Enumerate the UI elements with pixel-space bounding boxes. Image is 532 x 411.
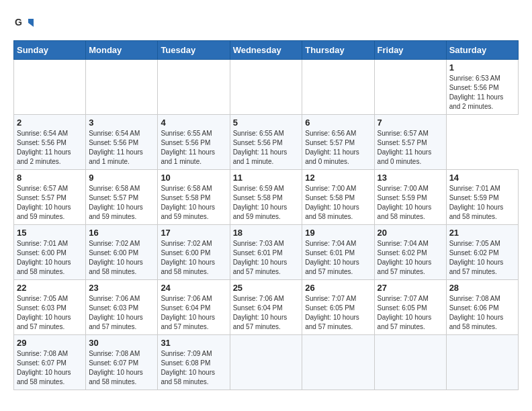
empty-cell bbox=[302, 60, 374, 115]
day-info: Sunrise: 6:59 AMSunset: 5:58 PMDaylight:… bbox=[233, 184, 300, 222]
day-info: Sunrise: 7:06 AMSunset: 6:03 PMDaylight:… bbox=[89, 294, 154, 332]
day-cell-30: 30 Sunrise: 7:08 AMSunset: 6:07 PMDaylig… bbox=[86, 335, 158, 390]
day-info: Sunrise: 6:56 AMSunset: 5:57 PMDaylight:… bbox=[305, 129, 371, 167]
logo: G bbox=[13, 13, 36, 34]
day-cell-22: 22 Sunrise: 7:05 AMSunset: 6:03 PMDaylig… bbox=[14, 280, 86, 335]
day-info: Sunrise: 7:08 AMSunset: 6:06 PMDaylight:… bbox=[449, 294, 515, 332]
day-cell-6: 6 Sunrise: 6:56 AMSunset: 5:57 PMDayligh… bbox=[302, 115, 374, 170]
day-number: 23 bbox=[89, 283, 154, 293]
day-cell-10: 10 Sunrise: 6:58 AMSunset: 5:58 PMDaylig… bbox=[158, 170, 230, 225]
day-info: Sunrise: 6:54 AMSunset: 5:56 PMDaylight:… bbox=[17, 129, 83, 167]
empty-cell bbox=[374, 60, 446, 115]
day-number: 11 bbox=[233, 173, 300, 183]
empty-cell bbox=[86, 60, 158, 115]
weekday-header-tuesday: Tuesday bbox=[158, 41, 230, 60]
day-number: 17 bbox=[161, 228, 226, 238]
day-cell-28: 28 Sunrise: 7:08 AMSunset: 6:06 PMDaylig… bbox=[446, 280, 518, 335]
day-number: 6 bbox=[305, 118, 371, 128]
day-number: 28 bbox=[449, 283, 515, 293]
day-info: Sunrise: 7:07 AMSunset: 6:05 PMDaylight:… bbox=[305, 294, 371, 332]
day-info: Sunrise: 7:05 AMSunset: 6:03 PMDaylight:… bbox=[17, 294, 83, 332]
day-number: 14 bbox=[449, 173, 515, 183]
day-cell-12: 12 Sunrise: 7:00 AMSunset: 5:58 PMDaylig… bbox=[302, 170, 374, 225]
weekday-header-wednesday: Wednesday bbox=[230, 41, 302, 60]
day-number: 29 bbox=[17, 338, 83, 348]
weekday-header-friday: Friday bbox=[374, 41, 446, 60]
day-number: 18 bbox=[233, 228, 300, 238]
day-info: Sunrise: 7:03 AMSunset: 6:01 PMDaylight:… bbox=[233, 239, 300, 277]
day-info: Sunrise: 7:02 AMSunset: 6:00 PMDaylight:… bbox=[161, 239, 226, 277]
empty-cell bbox=[14, 60, 86, 115]
day-info: Sunrise: 6:55 AMSunset: 5:56 PMDaylight:… bbox=[233, 129, 300, 167]
day-number: 3 bbox=[89, 118, 154, 128]
day-number: 12 bbox=[305, 173, 371, 183]
weekday-header-monday: Monday bbox=[86, 41, 158, 60]
day-info: Sunrise: 7:01 AMSunset: 5:59 PMDaylight:… bbox=[449, 184, 515, 222]
empty-cell bbox=[230, 335, 302, 390]
day-number: 2 bbox=[17, 118, 83, 128]
day-cell-21: 21 Sunrise: 7:05 AMSunset: 6:02 PMDaylig… bbox=[446, 225, 518, 280]
empty-cell bbox=[446, 335, 518, 390]
day-info: Sunrise: 7:06 AMSunset: 6:04 PMDaylight:… bbox=[161, 294, 226, 332]
day-number: 20 bbox=[378, 228, 443, 238]
calendar-header: SundayMondayTuesdayWednesdayThursdayFrid… bbox=[14, 41, 519, 60]
svg-marker-1 bbox=[28, 19, 34, 27]
day-cell-5: 5 Sunrise: 6:55 AMSunset: 5:56 PMDayligh… bbox=[230, 115, 302, 170]
day-number: 25 bbox=[233, 283, 300, 293]
day-number: 7 bbox=[378, 118, 443, 128]
day-number: 22 bbox=[17, 283, 83, 293]
day-number: 1 bbox=[449, 62, 515, 73]
day-cell-27: 27 Sunrise: 7:07 AMSunset: 6:05 PMDaylig… bbox=[374, 280, 446, 335]
day-number: 9 bbox=[89, 173, 154, 183]
day-cell-25: 25 Sunrise: 7:06 AMSunset: 6:04 PMDaylig… bbox=[230, 280, 302, 335]
empty-cell bbox=[374, 335, 446, 390]
day-info: Sunrise: 7:06 AMSunset: 6:04 PMDaylight:… bbox=[233, 294, 300, 332]
day-number: 19 bbox=[305, 228, 371, 238]
day-cell-4: 4 Sunrise: 6:55 AMSunset: 5:56 PMDayligh… bbox=[158, 115, 230, 170]
day-info: Sunrise: 7:01 AMSunset: 6:00 PMDaylight:… bbox=[17, 239, 83, 277]
day-info: Sunrise: 7:00 AMSunset: 5:58 PMDaylight:… bbox=[305, 184, 371, 222]
day-number: 26 bbox=[305, 283, 371, 293]
logo-icon: G bbox=[13, 13, 34, 34]
day-cell-20: 20 Sunrise: 7:04 AMSunset: 6:02 PMDaylig… bbox=[374, 225, 446, 280]
weekday-row: SundayMondayTuesdayWednesdayThursdayFrid… bbox=[14, 41, 519, 60]
day-number: 8 bbox=[17, 173, 83, 183]
calendar-week-2: 2 Sunrise: 6:54 AMSunset: 5:56 PMDayligh… bbox=[14, 115, 519, 170]
day-info: Sunrise: 7:08 AMSunset: 6:07 PMDaylight:… bbox=[89, 349, 154, 387]
day-info: Sunrise: 6:54 AMSunset: 5:56 PMDaylight:… bbox=[89, 129, 154, 167]
day-info: Sunrise: 7:00 AMSunset: 5:59 PMDaylight:… bbox=[378, 184, 443, 222]
weekday-header-thursday: Thursday bbox=[302, 41, 374, 60]
calendar-table: SundayMondayTuesdayWednesdayThursdayFrid… bbox=[13, 40, 519, 390]
header: G bbox=[13, 13, 519, 34]
weekday-header-saturday: Saturday bbox=[446, 41, 518, 60]
empty-cell bbox=[302, 335, 374, 390]
day-cell-26: 26 Sunrise: 7:07 AMSunset: 6:05 PMDaylig… bbox=[302, 280, 374, 335]
day-cell-7: 7 Sunrise: 6:57 AMSunset: 5:57 PMDayligh… bbox=[374, 115, 446, 170]
calendar-body: 1 Sunrise: 6:53 AMSunset: 5:56 PMDayligh… bbox=[14, 60, 519, 390]
day-number: 4 bbox=[161, 118, 226, 128]
day-info: Sunrise: 7:05 AMSunset: 6:02 PMDaylight:… bbox=[449, 239, 515, 277]
day-cell-29: 29 Sunrise: 7:08 AMSunset: 6:07 PMDaylig… bbox=[14, 335, 86, 390]
day-number: 30 bbox=[89, 338, 154, 348]
day-info: Sunrise: 6:58 AMSunset: 5:57 PMDaylight:… bbox=[89, 184, 154, 222]
day-cell-24: 24 Sunrise: 7:06 AMSunset: 6:04 PMDaylig… bbox=[158, 280, 230, 335]
calendar-week-6: 29 Sunrise: 7:08 AMSunset: 6:07 PMDaylig… bbox=[14, 335, 519, 390]
day-info: Sunrise: 7:09 AMSunset: 6:08 PMDaylight:… bbox=[161, 349, 226, 387]
day-info: Sunrise: 7:07 AMSunset: 6:05 PMDaylight:… bbox=[378, 294, 443, 332]
day-number: 13 bbox=[378, 173, 443, 183]
calendar-week-3: 8 Sunrise: 6:57 AMSunset: 5:57 PMDayligh… bbox=[14, 170, 519, 225]
day-cell-18: 18 Sunrise: 7:03 AMSunset: 6:01 PMDaylig… bbox=[230, 225, 302, 280]
day-cell-17: 17 Sunrise: 7:02 AMSunset: 6:00 PMDaylig… bbox=[158, 225, 230, 280]
day-cell-8: 8 Sunrise: 6:57 AMSunset: 5:57 PMDayligh… bbox=[14, 170, 86, 225]
day-info: Sunrise: 6:58 AMSunset: 5:58 PMDaylight:… bbox=[161, 184, 226, 222]
svg-text:G: G bbox=[15, 17, 22, 28]
day-number: 5 bbox=[233, 118, 300, 128]
day-number: 15 bbox=[17, 228, 83, 238]
day-info: Sunrise: 7:08 AMSunset: 6:07 PMDaylight:… bbox=[17, 349, 83, 387]
calendar-week-5: 22 Sunrise: 7:05 AMSunset: 6:03 PMDaylig… bbox=[14, 280, 519, 335]
day-cell-1: 1 Sunrise: 6:53 AMSunset: 5:56 PMDayligh… bbox=[446, 60, 518, 115]
day-cell-15: 15 Sunrise: 7:01 AMSunset: 6:00 PMDaylig… bbox=[14, 225, 86, 280]
day-cell-3: 3 Sunrise: 6:54 AMSunset: 5:56 PMDayligh… bbox=[86, 115, 158, 170]
day-info: Sunrise: 6:55 AMSunset: 5:56 PMDaylight:… bbox=[161, 129, 226, 167]
day-info: Sunrise: 7:02 AMSunset: 6:00 PMDaylight:… bbox=[89, 239, 154, 277]
